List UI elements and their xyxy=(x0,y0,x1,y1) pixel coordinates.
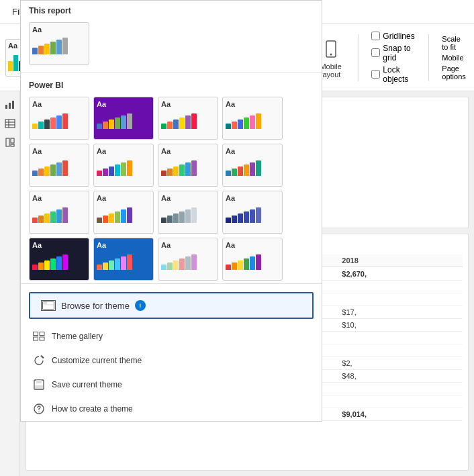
svg-rect-19 xyxy=(34,337,38,340)
sidebar-bar-chart-icon[interactable] xyxy=(2,97,18,113)
sidebar-format-icon[interactable] xyxy=(2,134,18,150)
browse-badge: i xyxy=(135,300,146,311)
svg-rect-11 xyxy=(6,138,9,146)
main-area: This report Aa Power BI AaAaAaAaAaAaAaAa… xyxy=(0,91,474,476)
power-bi-theme-1[interactable]: Aa xyxy=(93,191,154,234)
power-bi-theme-2[interactable]: Aa xyxy=(158,191,218,234)
svg-point-25 xyxy=(38,412,39,412)
snap-to-grid-checkbox[interactable]: Snap to grid xyxy=(371,44,414,62)
power-bi-theme-2[interactable]: Aa xyxy=(158,97,218,140)
gridlines-label: Gridlines xyxy=(383,32,414,41)
save-theme-label: Save current theme xyxy=(52,380,122,389)
save-icon xyxy=(32,377,46,392)
power-bi-theme-0[interactable]: Aa xyxy=(29,144,89,187)
gridlines-checkbox[interactable]: Gridlines xyxy=(371,32,414,41)
save-theme-row[interactable]: Save current theme xyxy=(21,373,322,397)
col-2018: 2018 xyxy=(338,254,463,267)
browse-icon xyxy=(41,300,56,311)
power-bi-theme-1[interactable]: Aa xyxy=(93,97,154,140)
matrix-cell-value xyxy=(338,383,463,395)
power-bi-theme-3[interactable]: Aa xyxy=(222,144,283,187)
sidebar-table-icon[interactable] xyxy=(2,115,18,132)
scale-to-fit-label[interactable]: Scale to fit xyxy=(442,35,469,51)
view-checkboxes: Gridlines Snap to grid Lock objects xyxy=(371,32,414,84)
svg-point-3 xyxy=(330,53,332,55)
power-bi-theme-2[interactable]: Aa xyxy=(158,238,218,281)
gridlines-input[interactable] xyxy=(371,32,380,40)
svg-rect-23 xyxy=(35,385,43,389)
theme-gallery-label: Theme gallery xyxy=(52,332,103,341)
customize-label: Customize current theme xyxy=(52,356,142,365)
power-bi-theme-3[interactable]: Aa xyxy=(222,97,283,140)
svg-rect-7 xyxy=(5,120,15,128)
power-bi-theme-1[interactable]: Aa xyxy=(93,238,154,281)
power-bi-theme-0[interactable]: Aa xyxy=(29,97,89,140)
matrix-cell-value: $48, xyxy=(338,370,463,383)
this-report-theme-0[interactable]: Aa xyxy=(29,22,89,65)
help-icon xyxy=(32,401,46,416)
page-options-group: Scale to fit Mobile Page options xyxy=(442,35,469,81)
this-report-section-title: This report xyxy=(21,1,322,18)
mobile-label[interactable]: Mobile xyxy=(442,54,469,62)
theme-gallery-row[interactable]: Theme gallery xyxy=(21,324,322,348)
matrix-cell-value xyxy=(338,395,463,408)
browse-label: Browse for theme xyxy=(61,301,130,311)
power-bi-theme-1[interactable]: Aa xyxy=(93,144,154,187)
svg-rect-13 xyxy=(11,144,14,146)
power-bi-section-title: Power BI xyxy=(21,75,322,93)
lock-objects-label: Lock objects xyxy=(383,65,414,84)
lock-objects-checkbox[interactable]: Lock objects xyxy=(371,65,414,84)
svg-rect-12 xyxy=(11,138,14,143)
svg-rect-17 xyxy=(34,332,38,336)
matrix-cell-value: $2, xyxy=(338,357,463,370)
svg-rect-5 xyxy=(9,103,11,109)
matrix-cell-value xyxy=(338,344,463,357)
snap-to-grid-input[interactable] xyxy=(371,48,380,57)
matrix-cell-value xyxy=(338,332,463,344)
theme-gallery-icon xyxy=(32,329,46,344)
matrix-cell-value: $17, xyxy=(338,306,463,319)
matrix-cell-value xyxy=(338,281,463,293)
svg-rect-18 xyxy=(40,332,44,336)
customize-icon xyxy=(32,353,46,368)
power-bi-theme-0[interactable]: Aa xyxy=(29,191,89,234)
power-bi-theme-2[interactable]: Aa xyxy=(158,144,218,187)
matrix-cell-value: $10, xyxy=(338,319,463,332)
power-bi-theme-3[interactable]: Aa xyxy=(222,191,283,234)
svg-rect-15 xyxy=(43,301,47,304)
matrix-cell-value xyxy=(338,293,463,306)
how-to-create-label: How to create a theme xyxy=(52,404,133,414)
mobile-layout-icon xyxy=(319,37,343,61)
snap-to-grid-label: Snap to grid xyxy=(383,44,414,62)
svg-rect-22 xyxy=(36,380,42,383)
power-bi-theme-0[interactable]: Aa xyxy=(29,238,89,281)
browse-for-theme-btn[interactable]: Browse for theme i xyxy=(29,292,314,319)
matrix-cell-value: $2,670, xyxy=(338,267,463,281)
this-report-themes-grid: Aa xyxy=(21,18,322,69)
power-bi-themes-grid: AaAaAaAaAaAaAaAaAaAaAaAaAaAaAaAaAaAa xyxy=(21,93,322,281)
sidebar-icons xyxy=(0,91,20,476)
svg-rect-4 xyxy=(5,105,7,109)
how-to-create-row[interactable]: How to create a theme xyxy=(21,397,322,421)
matrix-cell-value: $9,014, xyxy=(338,408,463,421)
svg-rect-20 xyxy=(40,337,44,340)
customize-theme-row[interactable]: Customize current theme xyxy=(21,348,322,373)
lock-objects-input[interactable] xyxy=(371,70,380,79)
theme-dropdown: This report Aa Power BI AaAaAaAaAaAaAaAa… xyxy=(20,0,322,422)
svg-rect-6 xyxy=(12,101,14,109)
page-options-label[interactable]: Page options xyxy=(442,64,469,81)
power-bi-theme-0[interactable]: Aa xyxy=(222,238,283,281)
